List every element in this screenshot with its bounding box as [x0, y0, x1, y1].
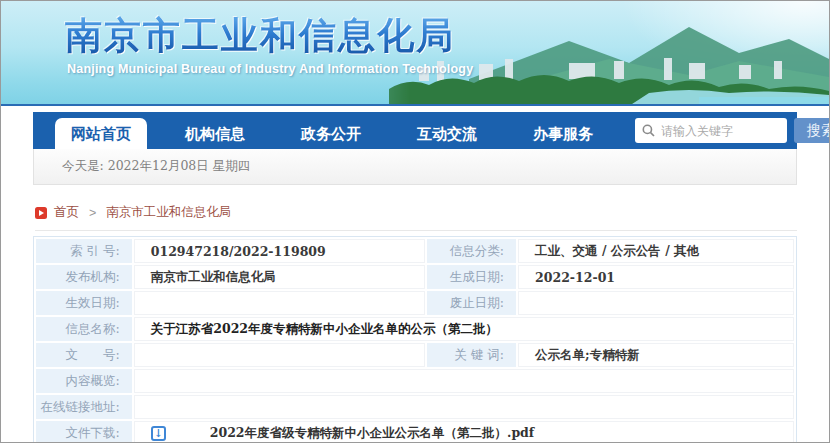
download-icon[interactable] — [151, 426, 166, 441]
search-box — [635, 118, 787, 143]
date-text: 今天是: 2022年12月08日 星期四 — [62, 158, 250, 175]
row-issuing-agency: 发布机构: 南京市工业和信息化局 生成日期: 2022-12-01 — [36, 265, 794, 289]
breadcrumb: 首页 > 南京市工业和信息化局 — [35, 204, 797, 231]
main-nav: 网站首页 机构信息 政务公开 互动交流 办事服务 搜索 — [33, 112, 797, 149]
online-link-value — [134, 395, 794, 419]
tab-home[interactable]: 网站首页 — [55, 118, 147, 149]
content-overview-value — [134, 369, 794, 393]
tab-org-info[interactable]: 机构信息 — [171, 118, 259, 149]
row-doc-number: 文 号: 关 键 词: 公示名单;专精特新 — [36, 343, 794, 367]
search-icon — [642, 124, 655, 137]
effective-date-value — [134, 291, 426, 315]
tab-gov-disclosure[interactable]: 政务公开 — [287, 118, 375, 149]
home-icon — [35, 207, 47, 219]
info-category-value: 工业、交通 / 公示公告 / 其他 — [518, 239, 794, 263]
row-info-name: 信息名称: 关于江苏省2022年度专精特新中小企业名单的公示（第二批） — [36, 317, 794, 341]
generate-date-value: 2022-12-01 — [518, 265, 794, 289]
site-header: 南京市工业和信息化局 Nanjing Municipal Bureau of I… — [1, 1, 829, 106]
generate-date-label: 生成日期: — [427, 265, 516, 289]
info-category-label: 信息分类: — [427, 239, 516, 263]
abolish-date-value — [518, 291, 794, 315]
breadcrumb-separator: > — [89, 206, 96, 220]
keywords-value: 公示名单;专精特新 — [518, 343, 794, 367]
breadcrumb-current[interactable]: 南京市工业和信息化局 — [106, 204, 231, 221]
page: 南京市工业和信息化局 Nanjing Municipal Bureau of I… — [0, 0, 830, 443]
site-title: 南京市工业和信息化局 — [65, 11, 455, 61]
info-table: 索 引 号: 012947218/2022-119809 信息分类: 工业、交通… — [33, 236, 797, 443]
search-button[interactable]: 搜索 — [794, 118, 830, 143]
index-number-value: 012947218/2022-119809 — [134, 239, 426, 263]
row-content-overview: 内容概览: — [36, 369, 794, 393]
row-index-number: 索 引 号: 012947218/2022-119809 信息分类: 工业、交通… — [36, 239, 794, 263]
row-online-link: 在线链接地址: — [36, 395, 794, 419]
nav-search-area: 搜索 — [635, 112, 830, 149]
doc-number-value — [134, 343, 426, 367]
online-link-label: 在线链接地址: — [36, 395, 132, 419]
info-name-label: 信息名称: — [36, 317, 132, 341]
file-download-value: 2022年度省级专精特新中小企业公示名单（第二批）.pdf — [134, 421, 794, 443]
download-file-link[interactable]: 2022年度省级专精特新中小企业公示名单（第二批）.pdf — [210, 425, 535, 442]
row-file-download: 文件下载: 2022年度省级专精特新中小企业公示名单（第二批）.pdf — [36, 421, 794, 443]
site-subtitle: Nanjing Municipal Bureau of Industry And… — [67, 62, 473, 76]
effective-date-label: 生效日期: — [36, 291, 132, 315]
breadcrumb-home-link[interactable]: 首页 — [54, 204, 79, 221]
content-overview-label: 内容概览: — [36, 369, 132, 393]
index-number-label: 索 引 号: — [36, 239, 132, 263]
doc-number-label: 文 号: — [36, 343, 132, 367]
tab-interaction[interactable]: 互动交流 — [403, 118, 491, 149]
file-download-label: 文件下载: — [36, 421, 132, 443]
row-effective-date: 生效日期: 废止日期: — [36, 291, 794, 315]
issuing-agency-value: 南京市工业和信息化局 — [134, 265, 426, 289]
tab-services[interactable]: 办事服务 — [519, 118, 607, 149]
keywords-label: 关 键 词: — [427, 343, 516, 367]
page-content: 网站首页 机构信息 政务公开 互动交流 办事服务 搜索 今天是: 2022年12… — [1, 112, 829, 443]
search-input[interactable] — [661, 124, 780, 138]
info-name-value: 关于江苏省2022年度专精特新中小企业名单的公示（第二批） — [134, 317, 794, 341]
date-bar: 今天是: 2022年12月08日 星期四 — [33, 149, 797, 185]
abolish-date-label: 废止日期: — [427, 291, 516, 315]
issuing-agency-label: 发布机构: — [36, 265, 132, 289]
